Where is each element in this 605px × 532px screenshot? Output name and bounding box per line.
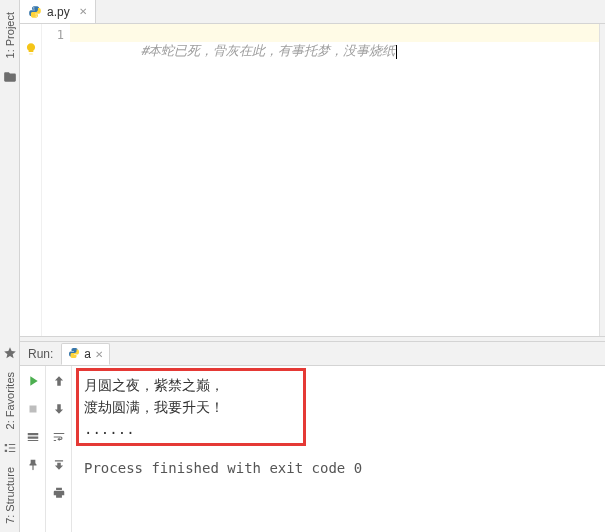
editor-tab-label: a.py	[47, 5, 70, 19]
editor-right-edge	[599, 24, 605, 336]
code-line: #本蛇已死，骨灰在此，有事托梦，没事烧纸	[70, 24, 605, 42]
pin-icon[interactable]	[24, 456, 42, 474]
console-output[interactable]: 月圆之夜，紫禁之巅， 渡劫圆满，我要升天！ ...... Process fin…	[72, 366, 605, 532]
left-tool-strip: 1: Project 2: Favorites 7: Structure	[0, 0, 20, 532]
run-tab-label: a	[84, 347, 91, 361]
python-run-icon	[68, 347, 80, 362]
python-file-icon	[28, 5, 42, 19]
close-icon[interactable]: ✕	[79, 6, 87, 17]
run-toolbar-right	[46, 366, 72, 532]
tool-favorites[interactable]: 2: Favorites	[4, 372, 16, 429]
wrap-icon[interactable]	[50, 428, 68, 446]
close-icon[interactable]: ✕	[95, 349, 103, 360]
code-area[interactable]: #本蛇已死，骨灰在此，有事托梦，没事烧纸	[70, 24, 605, 336]
line-number: 1	[42, 26, 64, 44]
down-arrow-icon[interactable]	[50, 400, 68, 418]
editor-icon-gutter	[20, 24, 42, 336]
editor-area: 1 #本蛇已死，骨灰在此，有事托梦，没事烧纸	[20, 24, 605, 336]
run-header: Run: a ✕	[20, 342, 605, 366]
stop-icon[interactable]	[24, 400, 42, 418]
console-line: 渡劫圆满，我要升天！	[84, 396, 593, 418]
run-body: 月圆之夜，紫禁之巅， 渡劫圆满，我要升天！ ...... Process fin…	[20, 366, 605, 532]
run-config-tab[interactable]: a ✕	[61, 343, 110, 365]
tool-project[interactable]: 1: Project	[4, 12, 16, 58]
line-number-gutter: 1	[42, 24, 70, 336]
console-line: ......	[84, 418, 593, 440]
up-arrow-icon[interactable]	[50, 372, 68, 390]
folder-icon	[3, 70, 17, 84]
print-icon[interactable]	[50, 484, 68, 502]
console-line: 月圆之夜，紫禁之巅，	[84, 374, 593, 396]
run-label: Run:	[28, 347, 53, 361]
svg-rect-0	[29, 406, 36, 413]
play-icon[interactable]	[24, 372, 42, 390]
main-column: a.py ✕ 1 #本蛇已死，骨灰在此，有事托梦，没事烧纸 Run:	[20, 0, 605, 532]
lightbulb-icon[interactable]	[24, 42, 38, 56]
structure-icon	[3, 441, 17, 455]
tool-structure[interactable]: 7: Structure	[4, 467, 16, 524]
scroll-to-end-icon[interactable]	[50, 456, 68, 474]
text-caret	[396, 45, 397, 59]
layout-icon[interactable]	[24, 428, 42, 446]
run-toolbar-left	[20, 366, 46, 532]
code-comment: #本蛇已死，骨灰在此，有事托梦，没事烧纸	[141, 43, 396, 58]
run-toolbars	[20, 366, 72, 532]
run-panel: Run: a ✕	[20, 342, 605, 532]
editor-tab-bar: a.py ✕	[20, 0, 605, 24]
editor-tab[interactable]: a.py ✕	[20, 0, 96, 23]
console-exit-line: Process finished with exit code 0	[84, 460, 593, 476]
star-icon	[3, 346, 17, 360]
